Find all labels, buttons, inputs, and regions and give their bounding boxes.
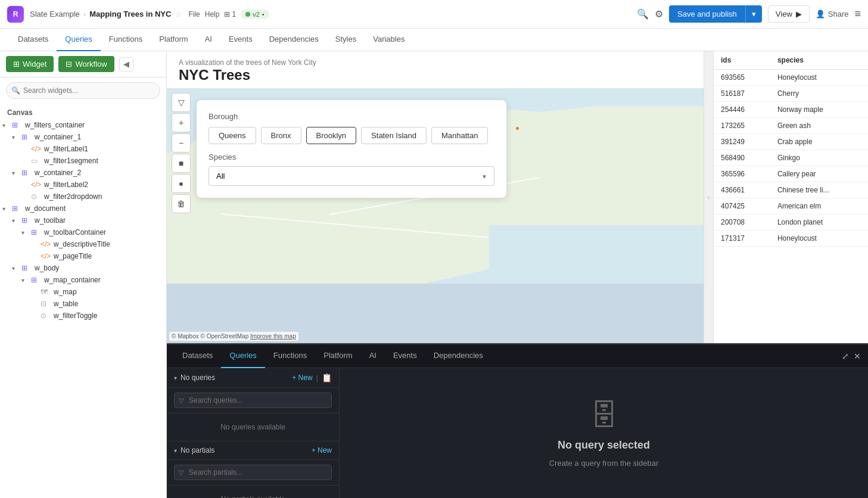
table-row[interactable]: 171317Honeylocust bbox=[714, 231, 868, 247]
bottom-tab-dependencies[interactable]: Dependencies bbox=[425, 344, 491, 368]
table-row[interactable]: 516187Cherry bbox=[714, 86, 868, 102]
zoom-out-button[interactable]: − bbox=[172, 133, 191, 152]
tab-functions[interactable]: Functions bbox=[101, 29, 151, 51]
sidebar-item-w_filter1segment[interactable]: ▭ w_filter1segment bbox=[0, 155, 166, 167]
cell-ids: 407425 bbox=[714, 198, 770, 214]
bottom-tab-datasets[interactable]: Datasets bbox=[174, 344, 221, 368]
tab-ai[interactable]: AI bbox=[197, 29, 220, 51]
sidebar-item-w_toolbar[interactable]: ▾ ⊞ w_toolbar bbox=[0, 214, 166, 226]
sidebar-item-w_map_container[interactable]: ▾ ⊞ w_map_container bbox=[0, 274, 166, 286]
new-partial-button[interactable]: + New bbox=[312, 446, 332, 455]
borough-brooklyn[interactable]: Brooklyn bbox=[306, 127, 357, 144]
borough-manhattan[interactable]: Manhattan bbox=[431, 127, 488, 144]
sidebar-item-w_filters_container[interactable]: ▾ ⊞ w_filters_container bbox=[0, 119, 166, 131]
save-publish-button[interactable]: Save and publish ▾ bbox=[669, 5, 762, 23]
bottom-tab-functions[interactable]: Functions bbox=[265, 344, 315, 368]
partials-toggle-icon[interactable]: ▾ bbox=[174, 447, 177, 454]
sidebar-item-w_table[interactable]: ⊟ w_table bbox=[0, 298, 166, 310]
right-panel-toggle[interactable]: ‹ bbox=[704, 51, 713, 343]
bottom-tab-ai[interactable]: AI bbox=[361, 344, 385, 368]
sidebar-item-w_container_1[interactable]: ▾ ⊞ w_container_1 bbox=[0, 131, 166, 143]
sidebar-item-w_body[interactable]: ▾ ⊞ w_body bbox=[0, 262, 166, 274]
search-input[interactable] bbox=[6, 82, 160, 99]
sidebar-item-w_filterToggle[interactable]: ⊙ w_filterToggle bbox=[0, 310, 166, 322]
map-container[interactable]: © Mapbox © OpenStreetMap Improve this ma… bbox=[167, 88, 704, 343]
workflow-button[interactable]: ⊟ Workflow bbox=[58, 56, 114, 72]
borough-staten-island[interactable]: Staten Island bbox=[361, 127, 427, 144]
item-label: w_filter2dropdown bbox=[44, 192, 102, 201]
bottom-tab-events[interactable]: Events bbox=[385, 344, 425, 368]
sidebar-item-w_filter2dropdown[interactable]: ⊙ w_filter2dropdown bbox=[0, 191, 166, 203]
settings-icon[interactable]: ⚙ bbox=[655, 8, 663, 20]
tab-dependencies[interactable]: Dependencies bbox=[261, 29, 327, 51]
zoom-in-button[interactable]: + bbox=[172, 113, 191, 132]
favorite-icon[interactable]: ☆ bbox=[175, 10, 182, 19]
table-row[interactable]: 568490Ginkgo bbox=[714, 150, 868, 166]
tab-styles[interactable]: Styles bbox=[327, 29, 365, 51]
square-tool-button[interactable]: ■ bbox=[172, 154, 191, 173]
sidebar-item-w_pageTitle[interactable]: </> w_pageTitle bbox=[0, 250, 166, 262]
view-button[interactable]: View ▶ bbox=[768, 5, 810, 23]
filter-tool-button[interactable]: ▽ bbox=[172, 93, 191, 112]
expand-panel-icon[interactable]: ⤢ bbox=[842, 351, 849, 361]
partials-section-header: ▾ No partials + New bbox=[167, 441, 339, 460]
widget-label: Widget bbox=[23, 60, 46, 69]
file-menu: File Help ⊞ 1 v2 • bbox=[188, 10, 269, 19]
queries-toggle-icon[interactable]: ▾ bbox=[174, 375, 177, 381]
table-row[interactable]: 693565Honeylocust bbox=[714, 70, 868, 86]
tab-datasets[interactable]: Datasets bbox=[10, 29, 57, 51]
table-row[interactable]: 391249Crab apple bbox=[714, 134, 868, 150]
expand-icon: ▾ bbox=[21, 277, 31, 284]
tab-queries[interactable]: Queries bbox=[57, 29, 101, 51]
item-label: w_filters_container bbox=[25, 121, 85, 129]
delete-tool-button[interactable]: 🗑 bbox=[172, 194, 191, 213]
sidebar-item-w_container_2[interactable]: ▾ ⊞ w_container_2 bbox=[0, 167, 166, 179]
circle-tool-button[interactable]: ● bbox=[172, 174, 191, 193]
no-partials-message: No partials available bbox=[167, 485, 339, 498]
species-select[interactable]: All bbox=[209, 166, 494, 186]
version-label: v2 bbox=[253, 11, 260, 18]
close-panel-icon[interactable]: ✕ bbox=[854, 351, 861, 361]
code-icon: </> bbox=[41, 240, 51, 248]
table-row[interactable]: 200708London planet bbox=[714, 214, 868, 231]
file-menu-item[interactable]: File bbox=[188, 10, 200, 18]
queries-search-input[interactable] bbox=[174, 393, 332, 408]
sidebar-item-w_toolbarContainer[interactable]: ▾ ⊞ w_toolbarContainer bbox=[0, 226, 166, 238]
sidebar-item-w_filterLabel2[interactable]: </> w_filterLabel2 bbox=[0, 179, 166, 191]
grid-icon: ⊞ bbox=[31, 228, 42, 236]
search-icon[interactable]: 🔍 bbox=[637, 8, 649, 20]
sidebar-toggle-button[interactable]: ◀ bbox=[119, 57, 133, 71]
version-badge[interactable]: v2 • bbox=[241, 10, 269, 19]
table-row[interactable]: 407425American elm bbox=[714, 198, 868, 214]
tab-events[interactable]: Events bbox=[220, 29, 261, 51]
grid-icon: ⊞ bbox=[21, 133, 32, 141]
sidebar-item-w_descriptiveTitle[interactable]: </> w_descriptiveTitle bbox=[0, 238, 166, 250]
save-publish-dropdown-arrow[interactable]: ▾ bbox=[745, 5, 762, 23]
table-row[interactable]: 436661Chinese tree li... bbox=[714, 182, 868, 198]
query-empty-state: 🗄 No query selected Create a query from … bbox=[340, 368, 868, 498]
breadcrumb-parent[interactable]: Slate Example bbox=[30, 10, 80, 18]
sidebar-item-w_filterLabel1[interactable]: </> w_filterLabel1 bbox=[0, 143, 166, 155]
toggle-icon: ⊙ bbox=[41, 312, 51, 320]
new-query-button[interactable]: + New bbox=[292, 374, 312, 382]
bottom-tab-queries[interactable]: Queries bbox=[221, 344, 265, 368]
item-label: w_map_container bbox=[44, 276, 101, 284]
borough-bronx[interactable]: Bronx bbox=[261, 127, 301, 144]
import-query-icon[interactable]: 📋 bbox=[322, 373, 332, 382]
bottom-tab-platform[interactable]: Platform bbox=[315, 344, 360, 368]
table-row[interactable]: 365596Callery pear bbox=[714, 166, 868, 182]
table-row[interactable]: 254446Norway maple bbox=[714, 102, 868, 118]
share-button[interactable]: 👤 Share bbox=[816, 10, 849, 18]
widget-button[interactable]: ⊞ Widget bbox=[6, 56, 54, 72]
tab-platform[interactable]: Platform bbox=[151, 29, 196, 51]
table-row[interactable]: 173265Green ash bbox=[714, 118, 868, 134]
tab-variables[interactable]: Variables bbox=[365, 29, 413, 51]
partials-search-input[interactable] bbox=[174, 465, 332, 480]
hamburger-menu-icon[interactable]: ≡ bbox=[854, 8, 861, 20]
sidebar-item-w_map[interactable]: 🗺 w_map bbox=[0, 286, 166, 298]
borough-queens[interactable]: Queens bbox=[209, 127, 256, 144]
sidebar-item-w_document[interactable]: ▾ ⊞ w_document bbox=[0, 203, 166, 214]
map-icon: 🗺 bbox=[41, 288, 51, 296]
col-species: species bbox=[770, 51, 868, 70]
help-menu-item[interactable]: Help bbox=[205, 10, 220, 18]
